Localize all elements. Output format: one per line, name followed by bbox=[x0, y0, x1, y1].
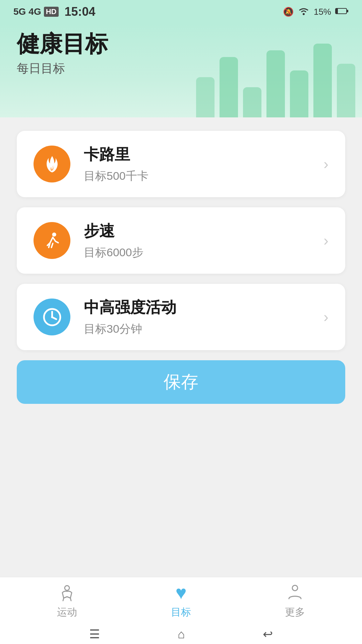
home-icon[interactable]: ⌂ bbox=[178, 627, 185, 641]
calories-icon-wrapper bbox=[34, 146, 70, 182]
calories-arrow: › bbox=[323, 156, 328, 172]
back-icon[interactable]: ↩ bbox=[263, 627, 273, 641]
svg-point-4 bbox=[52, 232, 56, 236]
network-indicator-4g: 4G bbox=[28, 6, 41, 17]
battery-percent: 15% bbox=[314, 7, 331, 17]
clock-icon bbox=[41, 306, 63, 328]
save-button[interactable]: 保存 bbox=[17, 360, 345, 404]
svg-line-10 bbox=[63, 598, 64, 601]
exercise-tab-label: 运动 bbox=[57, 605, 77, 619]
running-icon bbox=[41, 230, 63, 252]
nav-tabs: 运动 ♥ 目标 更多 bbox=[0, 577, 362, 624]
svg-rect-2 bbox=[336, 9, 338, 13]
tab-more[interactable]: 更多 bbox=[285, 583, 305, 619]
hd-indicator: HD bbox=[44, 7, 59, 17]
exercise-tab-icon bbox=[57, 583, 77, 603]
svg-rect-3 bbox=[347, 10, 348, 12]
mute-icon: 🔕 bbox=[283, 7, 294, 17]
svg-point-8 bbox=[51, 316, 53, 318]
calories-card[interactable]: 卡路里 目标500千卡 › bbox=[17, 131, 345, 197]
status-bar: 5G 4G HD 15:04 🔕 15% bbox=[0, 0, 362, 23]
activity-target: 目标30分钟 bbox=[84, 321, 323, 337]
calories-target: 目标500千卡 bbox=[84, 168, 323, 184]
svg-point-0 bbox=[303, 13, 305, 15]
more-tab-icon bbox=[285, 583, 305, 603]
tab-goals[interactable]: ♥ 目标 bbox=[171, 583, 191, 619]
calories-name: 卡路里 bbox=[84, 144, 323, 165]
activity-icon-wrapper bbox=[34, 299, 70, 335]
steps-arrow: › bbox=[323, 232, 328, 249]
status-time: 15:04 bbox=[65, 5, 96, 19]
fire-icon bbox=[41, 153, 63, 175]
goals-tab-label: 目标 bbox=[171, 605, 191, 619]
steps-target: 目标6000步 bbox=[84, 245, 323, 260]
more-tab-label: 更多 bbox=[285, 605, 305, 619]
network-indicator: 5G bbox=[13, 6, 26, 17]
svg-point-9 bbox=[65, 586, 69, 590]
tab-exercise[interactable]: 运动 bbox=[57, 583, 77, 619]
wifi-icon bbox=[298, 6, 310, 18]
calories-info: 卡路里 目标500千卡 bbox=[84, 144, 323, 184]
steps-info: 步速 目标6000步 bbox=[84, 221, 323, 260]
activity-arrow: › bbox=[323, 309, 328, 325]
steps-card[interactable]: 步速 目标6000步 › bbox=[17, 207, 345, 274]
steps-icon-wrapper bbox=[34, 222, 70, 259]
decorative-cactus bbox=[196, 44, 362, 117]
main-content: 卡路里 目标500千卡 › 步速 目标6000步 › bbox=[0, 117, 362, 417]
battery-icon bbox=[335, 7, 349, 17]
activity-info: 中高强度活动 目标30分钟 bbox=[84, 297, 323, 337]
status-right: 🔕 15% bbox=[283, 6, 349, 18]
system-nav: ☰ ⌂ ↩ bbox=[0, 624, 362, 644]
bottom-nav: 运动 ♥ 目标 更多 ☰ ⌂ ↩ bbox=[0, 577, 362, 644]
activity-card[interactable]: 中高强度活动 目标30分钟 › bbox=[17, 284, 345, 350]
svg-line-11 bbox=[70, 598, 71, 601]
goals-tab-icon: ♥ bbox=[171, 583, 191, 603]
status-left: 5G 4G HD 15:04 bbox=[13, 5, 96, 19]
header-area: 健康目标 每日目标 bbox=[0, 23, 362, 117]
steps-name: 步速 bbox=[84, 221, 323, 241]
menu-icon[interactable]: ☰ bbox=[89, 627, 100, 641]
svg-point-12 bbox=[292, 585, 298, 591]
activity-name: 中高强度活动 bbox=[84, 297, 323, 318]
